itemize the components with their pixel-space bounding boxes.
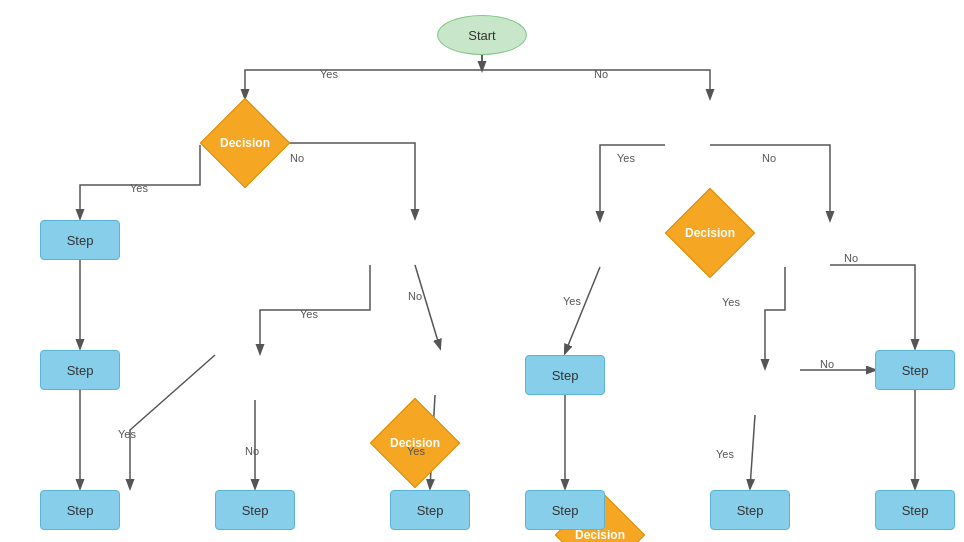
step-1b-node: Step	[40, 350, 120, 390]
step-1a-node: Step	[40, 220, 120, 260]
d8-yes-label: Yes	[716, 448, 734, 460]
svg-line-4	[565, 267, 600, 353]
step-3c-node: Step	[390, 490, 470, 530]
step-3f-node: Step	[875, 490, 955, 530]
step-3a-node: Step	[40, 490, 120, 530]
decision-d1-node: Decision	[200, 98, 290, 188]
d3-no-label: No	[408, 290, 422, 302]
d6-no-label: No	[245, 445, 259, 457]
step-3e-node: Step	[710, 490, 790, 530]
d5-no-label: No	[844, 252, 858, 264]
d6-yes-label: Yes	[118, 428, 136, 440]
d8-no-label: No	[820, 358, 834, 370]
svg-line-9	[750, 415, 755, 488]
decision-d2-node: Decision	[665, 188, 755, 278]
d3-yes-label: Yes	[300, 308, 318, 320]
decision-d3-node: Decision	[370, 398, 460, 488]
d1-yes-label: Yes	[130, 182, 148, 194]
step-3b-node: Step	[215, 490, 295, 530]
d2-no-label: No	[762, 152, 776, 164]
step-2b-node: Step	[875, 350, 955, 390]
step-2a-node: Step	[525, 355, 605, 395]
start-node: Start	[437, 15, 527, 55]
decision-d4-node: Decision	[555, 490, 645, 542]
d4-yes-label: Yes	[563, 295, 581, 307]
start-yes-label: Yes	[320, 68, 338, 80]
d2-yes-label: Yes	[617, 152, 635, 164]
d1-no-label: No	[290, 152, 304, 164]
start-no-label: No	[594, 68, 608, 80]
svg-line-3	[415, 265, 440, 348]
d5-yes-label: Yes	[722, 296, 740, 308]
